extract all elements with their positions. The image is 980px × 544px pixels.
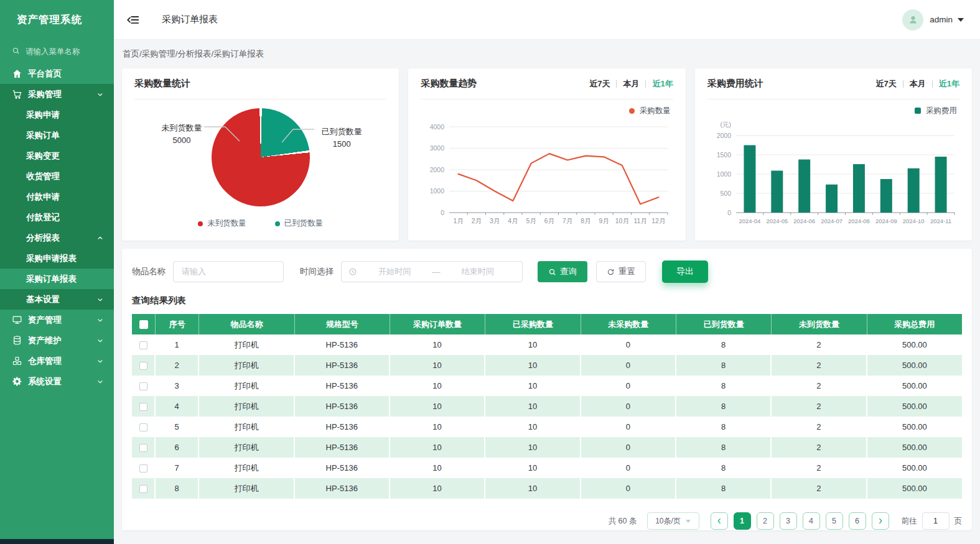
pie-callout-right-value: 1500	[312, 138, 371, 150]
reset-button-label: 重置	[618, 266, 635, 277]
svg-text:4000: 4000	[430, 123, 445, 131]
table-cell: 8	[156, 478, 199, 499]
page-button-1[interactable]: 1	[734, 512, 751, 530]
table-column-header: 物品名称	[199, 314, 294, 334]
table-cell: 打印机	[199, 355, 294, 376]
page-title: 采购订单报表	[162, 14, 218, 25]
table-cell: 0	[581, 417, 676, 437]
goto-page-input[interactable]	[922, 512, 950, 530]
sidebar-item-system-settings[interactable]: 系统设置	[0, 371, 114, 392]
next-page-button[interactable]	[872, 512, 889, 530]
prev-page-button[interactable]	[711, 512, 728, 530]
table-cell: 0	[581, 437, 676, 458]
sidebar-item-purchase-apply-report[interactable]: 采购申请报表	[0, 248, 114, 269]
line-chart[interactable]: 010002000300040001月2月3月4月5月6月7月8月9月10月11…	[421, 117, 673, 229]
table-cell: 10	[485, 334, 581, 355]
bar-chart[interactable]: (元)05001000150020002024-042024-052024-06…	[707, 117, 959, 229]
line-chart-card: 采购数量趋势 近7天本月近1年 采购数量 010002000300040001月…	[408, 68, 685, 241]
table-cell: 8	[676, 417, 772, 437]
sidebar-item-asset-maintenance[interactable]: 资产维护	[0, 330, 114, 351]
sidebar-item-purchase-change[interactable]: 采购变更	[0, 145, 114, 166]
date-range-input[interactable]: 开始时间 — 结束时间	[341, 261, 523, 282]
pie-legend-item-green[interactable]: 已到货数量	[275, 218, 324, 229]
collapse-sidebar-icon[interactable]	[126, 13, 140, 27]
sidebar-item-payment-register[interactable]: 付款登记	[0, 207, 114, 228]
item-name-input[interactable]: 请输入	[173, 261, 284, 282]
pie-graphic[interactable]	[212, 108, 310, 206]
database-icon	[12, 335, 22, 346]
sidebar-item-home[interactable]: 平台首页	[0, 63, 114, 84]
table-cell: 500.00	[867, 458, 962, 478]
row-checkbox[interactable]	[139, 341, 147, 349]
pagination: 共 60 条 10条/页 123456 前往 页	[132, 512, 962, 530]
svg-text:3月: 3月	[490, 217, 500, 224]
avatar[interactable]	[902, 9, 923, 30]
row-checkbox[interactable]	[139, 485, 147, 493]
bar-range-tab-3[interactable]: 近1年	[939, 78, 959, 90]
app-title: 资产管理系统	[0, 0, 114, 40]
sidebar-item-payment-apply[interactable]: 付款申请	[0, 187, 114, 207]
line-range-tab-2[interactable]: 本月	[623, 78, 639, 90]
pager: 123456	[711, 512, 889, 530]
search-button[interactable]: 查询	[538, 261, 587, 282]
table-cell: 6	[156, 437, 199, 458]
bar-range-tab-1[interactable]: 近7天	[876, 78, 897, 90]
line-range-tab-1[interactable]: 近7天	[589, 78, 610, 90]
page-button-2[interactable]: 2	[757, 512, 774, 530]
sidebar-item-purchase-management[interactable]: 采购管理	[0, 84, 114, 104]
table-column-header: 序号	[156, 314, 199, 334]
svg-text:3000: 3000	[430, 144, 445, 152]
chevron-down-icon	[96, 296, 104, 303]
user-menu-caret-icon[interactable]	[958, 18, 964, 25]
sidebar-item-warehouse-management[interactable]: 仓库管理	[0, 351, 114, 371]
row-checkbox[interactable]	[139, 382, 147, 390]
query-panel: 物品名称 请输入 时间选择 开始时间 — 结束时间 查询	[122, 249, 972, 530]
svg-text:2024-07: 2024-07	[821, 218, 842, 224]
reset-button[interactable]: 重置	[596, 261, 646, 282]
page-button-4[interactable]: 4	[803, 512, 820, 530]
table-cell: 4	[156, 396, 199, 417]
page-size-select[interactable]: 10条/页	[647, 512, 699, 530]
row-checkbox[interactable]	[139, 403, 147, 411]
export-button[interactable]: 导出	[662, 260, 708, 283]
svg-text:2024-11: 2024-11	[930, 218, 951, 224]
page-button-6[interactable]: 6	[849, 512, 866, 530]
row-checkbox[interactable]	[139, 423, 147, 431]
page-button-5[interactable]: 5	[826, 512, 843, 530]
legend-square-icon	[915, 108, 921, 114]
sidebar-item-label: 分析报表	[26, 233, 96, 244]
pie-callout-left-line	[204, 124, 241, 143]
table-cell: 0	[581, 458, 676, 478]
svg-text:2024-10: 2024-10	[902, 218, 924, 224]
row-checkbox[interactable]	[139, 362, 147, 370]
sidebar-item-receiving-management[interactable]: 收货管理	[0, 166, 114, 187]
sidebar-item-analysis-report[interactable]: 分析报表	[0, 228, 114, 248]
end-time-placeholder: 结束时间	[441, 266, 516, 277]
home-icon	[12, 68, 22, 79]
sidebar-menu-search[interactable]: 请输入菜单名称	[0, 40, 114, 63]
sidebar-item-basic-settings[interactable]: 基本设置	[0, 289, 114, 310]
pie-legend-item-red[interactable]: 未到货数量	[198, 218, 246, 229]
bar-legend[interactable]: 采购费用	[707, 106, 957, 116]
item-name-label: 物品名称	[132, 266, 166, 277]
table-cell: 2	[772, 376, 867, 396]
row-checkbox[interactable]	[139, 444, 147, 452]
app-root: 资产管理系统 请输入菜单名称 平台首页采购管理采购申请采购订单采购变更收货管理付…	[0, 0, 980, 544]
select-all-checkbox[interactable]	[139, 320, 148, 329]
bar-range-tab-2[interactable]: 本月	[910, 78, 926, 90]
svg-text:9月: 9月	[599, 217, 609, 224]
line-legend[interactable]: 采购数量	[421, 106, 670, 116]
table-row: 7打印机HP-51361010082500.00	[132, 458, 962, 478]
username[interactable]: admin	[930, 15, 953, 24]
page-button-3[interactable]: 3	[780, 512, 797, 530]
sidebar-item-asset-management[interactable]: 资产管理	[0, 310, 114, 330]
table-cell: 打印机	[199, 417, 294, 437]
sidebar-item-purchase-order[interactable]: 采购订单	[0, 125, 114, 145]
pie-callout-right-line	[282, 127, 314, 144]
table-cell: 10	[485, 396, 581, 417]
tab-separator	[645, 80, 646, 88]
line-range-tab-3[interactable]: 近1年	[652, 78, 673, 90]
row-checkbox[interactable]	[139, 464, 147, 473]
sidebar-item-purchase-apply[interactable]: 采购申请	[0, 104, 114, 125]
sidebar-item-purchase-order-report[interactable]: 采购订单报表	[0, 269, 114, 289]
